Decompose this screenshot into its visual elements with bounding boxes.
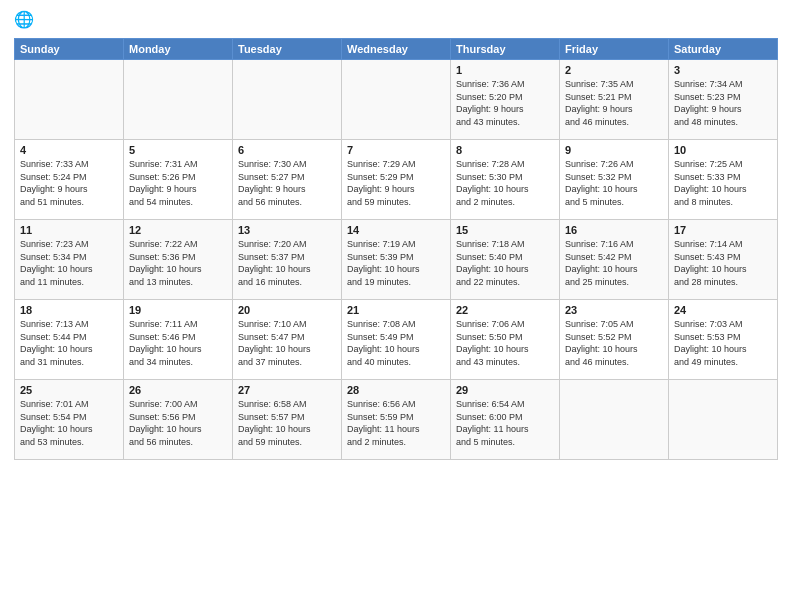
day-number: 17 — [674, 224, 772, 236]
day-number: 24 — [674, 304, 772, 316]
day-cell: 6Sunrise: 7:30 AM Sunset: 5:27 PM Daylig… — [233, 140, 342, 220]
day-content: Sunrise: 7:26 AM Sunset: 5:32 PM Dayligh… — [565, 158, 663, 208]
day-content: Sunrise: 7:36 AM Sunset: 5:20 PM Dayligh… — [456, 78, 554, 128]
day-cell: 25Sunrise: 7:01 AM Sunset: 5:54 PM Dayli… — [15, 380, 124, 460]
day-content: Sunrise: 7:03 AM Sunset: 5:53 PM Dayligh… — [674, 318, 772, 368]
day-cell: 14Sunrise: 7:19 AM Sunset: 5:39 PM Dayli… — [342, 220, 451, 300]
day-content: Sunrise: 7:14 AM Sunset: 5:43 PM Dayligh… — [674, 238, 772, 288]
day-number: 5 — [129, 144, 227, 156]
day-cell: 19Sunrise: 7:11 AM Sunset: 5:46 PM Dayli… — [124, 300, 233, 380]
day-content: Sunrise: 7:28 AM Sunset: 5:30 PM Dayligh… — [456, 158, 554, 208]
day-number: 16 — [565, 224, 663, 236]
day-number: 20 — [238, 304, 336, 316]
day-cell: 24Sunrise: 7:03 AM Sunset: 5:53 PM Dayli… — [669, 300, 778, 380]
day-content: Sunrise: 7:34 AM Sunset: 5:23 PM Dayligh… — [674, 78, 772, 128]
day-content: Sunrise: 7:10 AM Sunset: 5:47 PM Dayligh… — [238, 318, 336, 368]
day-cell: 29Sunrise: 6:54 AM Sunset: 6:00 PM Dayli… — [451, 380, 560, 460]
day-number: 26 — [129, 384, 227, 396]
week-row-2: 4Sunrise: 7:33 AM Sunset: 5:24 PM Daylig… — [15, 140, 778, 220]
week-row-1: 1Sunrise: 7:36 AM Sunset: 5:20 PM Daylig… — [15, 60, 778, 140]
day-cell — [233, 60, 342, 140]
day-cell: 2Sunrise: 7:35 AM Sunset: 5:21 PM Daylig… — [560, 60, 669, 140]
day-content: Sunrise: 7:05 AM Sunset: 5:52 PM Dayligh… — [565, 318, 663, 368]
day-cell: 1Sunrise: 7:36 AM Sunset: 5:20 PM Daylig… — [451, 60, 560, 140]
day-cell: 11Sunrise: 7:23 AM Sunset: 5:34 PM Dayli… — [15, 220, 124, 300]
day-number: 22 — [456, 304, 554, 316]
day-content: Sunrise: 7:06 AM Sunset: 5:50 PM Dayligh… — [456, 318, 554, 368]
day-number: 18 — [20, 304, 118, 316]
day-cell: 4Sunrise: 7:33 AM Sunset: 5:24 PM Daylig… — [15, 140, 124, 220]
day-number: 1 — [456, 64, 554, 76]
day-cell: 5Sunrise: 7:31 AM Sunset: 5:26 PM Daylig… — [124, 140, 233, 220]
day-number: 12 — [129, 224, 227, 236]
col-header-wednesday: Wednesday — [342, 39, 451, 60]
day-content: Sunrise: 6:56 AM Sunset: 5:59 PM Dayligh… — [347, 398, 445, 448]
day-cell: 22Sunrise: 7:06 AM Sunset: 5:50 PM Dayli… — [451, 300, 560, 380]
day-content: Sunrise: 7:08 AM Sunset: 5:49 PM Dayligh… — [347, 318, 445, 368]
day-number: 13 — [238, 224, 336, 236]
day-cell: 15Sunrise: 7:18 AM Sunset: 5:40 PM Dayli… — [451, 220, 560, 300]
day-cell: 16Sunrise: 7:16 AM Sunset: 5:42 PM Dayli… — [560, 220, 669, 300]
svg-text:🌐: 🌐 — [14, 10, 35, 29]
day-content: Sunrise: 7:29 AM Sunset: 5:29 PM Dayligh… — [347, 158, 445, 208]
day-content: Sunrise: 7:00 AM Sunset: 5:56 PM Dayligh… — [129, 398, 227, 448]
day-number: 15 — [456, 224, 554, 236]
day-cell: 17Sunrise: 7:14 AM Sunset: 5:43 PM Dayli… — [669, 220, 778, 300]
header: 🌐 — [14, 10, 778, 32]
week-row-4: 18Sunrise: 7:13 AM Sunset: 5:44 PM Dayli… — [15, 300, 778, 380]
day-cell: 3Sunrise: 7:34 AM Sunset: 5:23 PM Daylig… — [669, 60, 778, 140]
day-content: Sunrise: 7:13 AM Sunset: 5:44 PM Dayligh… — [20, 318, 118, 368]
col-header-tuesday: Tuesday — [233, 39, 342, 60]
day-number: 29 — [456, 384, 554, 396]
day-cell: 18Sunrise: 7:13 AM Sunset: 5:44 PM Dayli… — [15, 300, 124, 380]
day-number: 9 — [565, 144, 663, 156]
day-content: Sunrise: 7:11 AM Sunset: 5:46 PM Dayligh… — [129, 318, 227, 368]
day-content: Sunrise: 6:54 AM Sunset: 6:00 PM Dayligh… — [456, 398, 554, 448]
week-row-3: 11Sunrise: 7:23 AM Sunset: 5:34 PM Dayli… — [15, 220, 778, 300]
day-number: 2 — [565, 64, 663, 76]
day-number: 3 — [674, 64, 772, 76]
logo-icon: 🌐 — [14, 10, 36, 32]
calendar-table: SundayMondayTuesdayWednesdayThursdayFrid… — [14, 38, 778, 460]
day-cell: 23Sunrise: 7:05 AM Sunset: 5:52 PM Dayli… — [560, 300, 669, 380]
day-cell: 10Sunrise: 7:25 AM Sunset: 5:33 PM Dayli… — [669, 140, 778, 220]
logo: 🌐 — [14, 10, 40, 32]
col-header-monday: Monday — [124, 39, 233, 60]
day-content: Sunrise: 7:19 AM Sunset: 5:39 PM Dayligh… — [347, 238, 445, 288]
day-number: 25 — [20, 384, 118, 396]
day-content: Sunrise: 7:01 AM Sunset: 5:54 PM Dayligh… — [20, 398, 118, 448]
day-content: Sunrise: 7:35 AM Sunset: 5:21 PM Dayligh… — [565, 78, 663, 128]
day-content: Sunrise: 7:25 AM Sunset: 5:33 PM Dayligh… — [674, 158, 772, 208]
day-number: 27 — [238, 384, 336, 396]
day-cell — [124, 60, 233, 140]
day-cell: 7Sunrise: 7:29 AM Sunset: 5:29 PM Daylig… — [342, 140, 451, 220]
day-cell: 8Sunrise: 7:28 AM Sunset: 5:30 PM Daylig… — [451, 140, 560, 220]
day-content: Sunrise: 7:33 AM Sunset: 5:24 PM Dayligh… — [20, 158, 118, 208]
col-header-friday: Friday — [560, 39, 669, 60]
day-content: Sunrise: 7:30 AM Sunset: 5:27 PM Dayligh… — [238, 158, 336, 208]
day-number: 14 — [347, 224, 445, 236]
day-cell: 13Sunrise: 7:20 AM Sunset: 5:37 PM Dayli… — [233, 220, 342, 300]
day-number: 23 — [565, 304, 663, 316]
day-number: 21 — [347, 304, 445, 316]
day-cell: 9Sunrise: 7:26 AM Sunset: 5:32 PM Daylig… — [560, 140, 669, 220]
col-header-thursday: Thursday — [451, 39, 560, 60]
day-cell: 21Sunrise: 7:08 AM Sunset: 5:49 PM Dayli… — [342, 300, 451, 380]
day-cell — [342, 60, 451, 140]
day-cell — [15, 60, 124, 140]
day-cell: 27Sunrise: 6:58 AM Sunset: 5:57 PM Dayli… — [233, 380, 342, 460]
day-content: Sunrise: 7:18 AM Sunset: 5:40 PM Dayligh… — [456, 238, 554, 288]
day-content: Sunrise: 7:31 AM Sunset: 5:26 PM Dayligh… — [129, 158, 227, 208]
day-number: 8 — [456, 144, 554, 156]
day-cell — [560, 380, 669, 460]
day-cell — [669, 380, 778, 460]
day-number: 4 — [20, 144, 118, 156]
day-cell: 26Sunrise: 7:00 AM Sunset: 5:56 PM Dayli… — [124, 380, 233, 460]
day-cell: 12Sunrise: 7:22 AM Sunset: 5:36 PM Dayli… — [124, 220, 233, 300]
col-header-sunday: Sunday — [15, 39, 124, 60]
day-cell: 28Sunrise: 6:56 AM Sunset: 5:59 PM Dayli… — [342, 380, 451, 460]
day-number: 11 — [20, 224, 118, 236]
calendar-header-row: SundayMondayTuesdayWednesdayThursdayFrid… — [15, 39, 778, 60]
day-content: Sunrise: 7:16 AM Sunset: 5:42 PM Dayligh… — [565, 238, 663, 288]
day-number: 7 — [347, 144, 445, 156]
